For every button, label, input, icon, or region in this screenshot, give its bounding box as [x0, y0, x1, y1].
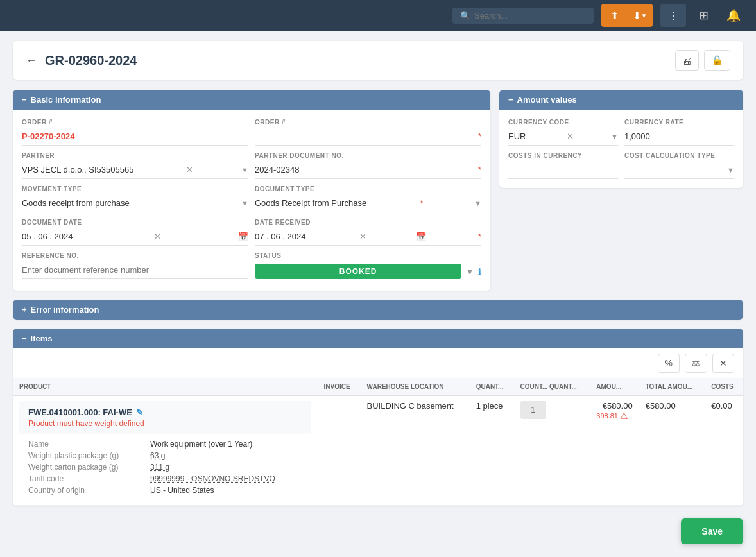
items-header[interactable]: − Items: [13, 329, 743, 348]
reference-no-input[interactable]: [22, 265, 248, 275]
currency-code-value: EUR ✕ ▼: [508, 128, 618, 146]
items-label: Items: [31, 334, 53, 343]
count-quantity-input[interactable]: [520, 401, 546, 419]
amount-values-label: Amount values: [517, 95, 577, 105]
save-button[interactable]: Save: [681, 518, 743, 525]
page-header: ← GR-02960-2024 🖨 🔒: [13, 41, 743, 80]
edit-icon[interactable]: ✎: [136, 407, 143, 417]
count-quantity-cell: [514, 396, 590, 506]
print-button[interactable]: 🖨: [675, 50, 699, 71]
right-panel: − Amount values CURRENCY CODE EUR ✕ ▼ CU…: [499, 90, 743, 300]
weight-plastic-value: 63 g: [150, 451, 302, 460]
partner-value: VPS JECL d.o.o., SI53505565 ✕ ▼: [22, 161, 248, 179]
name-label: Name: [28, 440, 144, 449]
scale-btn[interactable]: ⚖: [685, 354, 707, 373]
col-count-quantity: COUNT... QUANT...: [514, 378, 590, 396]
currency-code-field: CURRENCY CODE EUR ✕ ▼: [508, 119, 618, 146]
table-row: FWE.0410001.000: FAI-WE ✎ Product must h…: [13, 396, 743, 506]
date-received-calendar[interactable]: 📅: [416, 232, 426, 241]
nav-btn-group: ⬆ ⬇▼: [601, 4, 653, 27]
cost-calc-dropdown[interactable]: ▼: [727, 166, 734, 174]
invoice-cell: [318, 396, 361, 506]
partner-doc-field: PARTNER DOCUMENT NO. 2024-02348 *: [255, 152, 481, 179]
currency-clear[interactable]: ✕: [567, 132, 574, 141]
partner-clear[interactable]: ✕: [186, 165, 193, 175]
document-date-value: 05 . 06 . 2024 ✕ 📅: [22, 228, 248, 246]
document-type-dropdown[interactable]: ▼: [474, 200, 481, 207]
warehouse-value: BUILDING C basement: [367, 401, 454, 411]
items-toolbar: % ⚖ ✕: [13, 348, 743, 378]
error-info-header[interactable]: + Error information: [13, 300, 743, 320]
minus-icon: −: [22, 95, 27, 105]
search-input[interactable]: [474, 11, 586, 21]
partner-dropdown[interactable]: ▼: [241, 166, 248, 174]
status-dropdown[interactable]: ▼: [465, 266, 474, 277]
items-table-header: PRODUCT INVOICE WAREHOUSE LOCATION QUANT…: [13, 378, 743, 396]
basic-info-label: Basic information: [31, 95, 101, 105]
status-field: STATUS BOOKED ▼ ℹ: [255, 252, 481, 282]
product-header: FWE.0410001.000: FAI-WE ✎ Product must h…: [19, 401, 311, 434]
currency-rate-label: CURRENCY RATE: [624, 119, 734, 126]
col-costs: COSTS: [705, 378, 743, 396]
items-minus-icon: −: [22, 334, 27, 343]
status-label: STATUS: [255, 252, 481, 259]
back-button[interactable]: ←: [26, 54, 37, 67]
page-header-actions: 🖨 🔒: [675, 50, 730, 71]
items-header-row: PRODUCT INVOICE WAREHOUSE LOCATION QUANT…: [13, 378, 743, 396]
amount-sub: 398.81 ⚠: [596, 411, 632, 421]
upload-btn[interactable]: ⬆: [601, 4, 627, 27]
partner-doc-required: *: [478, 165, 481, 175]
movement-type-dropdown[interactable]: ▼: [241, 200, 248, 207]
amount-cell: €580.00 398.81 ⚠: [590, 396, 639, 506]
document-type-field: DOCUMENT TYPE Goods Receipt from Purchas…: [255, 185, 481, 212]
amount-values-header[interactable]: − Amount values: [499, 90, 743, 110]
left-panel: − Basic information ORDER # P-02270-2024: [13, 90, 490, 300]
page-header-left: ← GR-02960-2024: [26, 53, 137, 68]
product-cell: FWE.0410001.000: FAI-WE ✎ Product must h…: [13, 396, 318, 506]
bell-btn[interactable]: 🔔: [721, 6, 746, 25]
more-options-btn[interactable]: ⋮: [660, 4, 686, 27]
grid-btn[interactable]: ⊞: [694, 6, 714, 25]
percent-btn[interactable]: %: [658, 354, 680, 373]
country-label: Country of origin: [28, 486, 144, 495]
order-no-label: ORDER #: [22, 119, 248, 126]
doc-date-clear[interactable]: ✕: [154, 232, 161, 241]
currency-dropdown[interactable]: ▼: [611, 133, 618, 141]
reference-no-label: REFERENCE NO.: [22, 252, 248, 259]
basic-info-header[interactable]: − Basic information: [13, 90, 490, 110]
movement-type-field: MOVEMENT TYPE Goods receipt from purchas…: [22, 185, 248, 212]
quantity-cell: 1 piece: [470, 396, 514, 506]
status-info-icon[interactable]: ℹ: [478, 267, 481, 277]
reference-no-value[interactable]: [22, 261, 248, 279]
amount-values-panel: − Amount values CURRENCY CODE EUR ✕ ▼ CU…: [499, 90, 743, 188]
top-navigation: 🔍 ⬆ ⬇▼ ⋮ ⊞ 🔔: [0, 0, 756, 31]
weight-carton-label: Weight carton package (g): [28, 463, 144, 472]
country-value: US - United States: [150, 486, 302, 495]
quantity-value: 1 piece: [476, 401, 503, 411]
search-icon: 🔍: [460, 11, 470, 21]
date-received-clear[interactable]: ✕: [359, 232, 366, 241]
items-table-body: FWE.0410001.000: FAI-WE ✎ Product must h…: [13, 396, 743, 506]
movement-type-label: MOVEMENT TYPE: [22, 185, 248, 193]
download-btn[interactable]: ⬇▼: [627, 4, 653, 27]
partner-doc-value: 2024-02348 *: [255, 161, 481, 179]
lock-button[interactable]: 🔒: [704, 50, 730, 71]
tariff-value: 99999999 - OSNOVNO SREDSTVO: [150, 474, 302, 483]
error-info-label: Error information: [31, 305, 99, 314]
partner-label: PARTNER: [22, 152, 248, 159]
page-title: GR-02960-2024: [45, 53, 137, 68]
col-amount: AMOU...: [590, 378, 639, 396]
document-date-field: DOCUMENT DATE 05 . 06 . 2024 ✕ 📅: [22, 219, 248, 246]
amount-values-content: CURRENCY CODE EUR ✕ ▼ CURRENCY RATE 1,00…: [499, 110, 743, 188]
weight-plastic-label: Weight plastic package (g): [28, 451, 144, 460]
costs-cell: €0.00: [705, 396, 743, 506]
reference-no-field: REFERENCE NO.: [22, 252, 248, 282]
amount-minus-icon: −: [508, 95, 513, 105]
search-bar[interactable]: 🔍: [452, 8, 594, 24]
cost-calc-type-field: COST CALCULATION TYPE ▼: [624, 152, 734, 179]
cost-calc-type-value: ▼: [624, 161, 734, 179]
doc-date-calendar[interactable]: 📅: [238, 232, 248, 241]
movement-row: MOVEMENT TYPE Goods receipt from purchas…: [22, 185, 481, 212]
export-btn[interactable]: ✕: [712, 354, 734, 373]
date-received-required: *: [478, 232, 481, 241]
